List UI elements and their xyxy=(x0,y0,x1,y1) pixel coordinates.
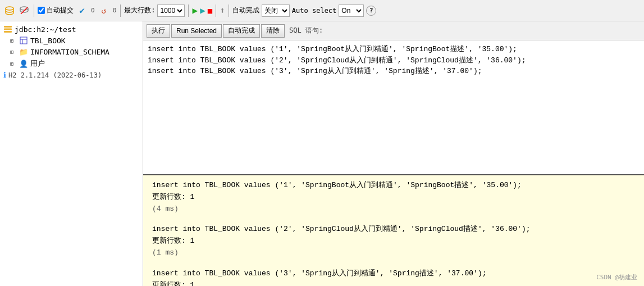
info-schema-label: INFORMATION_SCHEMA xyxy=(30,48,109,56)
db-connect-icon[interactable] xyxy=(3,4,16,17)
svg-rect-4 xyxy=(4,29,12,30)
auto-complete-button[interactable]: 自动完成 xyxy=(223,24,260,38)
result-rows: 更新行数: 1 xyxy=(152,280,635,286)
disconnect-icon[interactable] xyxy=(18,4,30,17)
sep1 xyxy=(34,4,34,17)
run-button[interactable]: 执行 xyxy=(147,24,170,38)
move-up-icon[interactable]: ⬆ xyxy=(220,5,225,16)
right-panel: 执行 Run Selected 自动完成 清除 SQL 语句: insert i… xyxy=(143,21,644,286)
sql-editor[interactable] xyxy=(143,40,644,175)
svg-rect-6 xyxy=(20,37,27,44)
sidebar: jdbc:h2:~/test ⊞ TBL_BOOK ⊞ 📁 INFORMATIO… xyxy=(0,21,143,286)
sql-label: SQL 语句: xyxy=(289,26,323,35)
version-label: H2 2.1.214 (2022-06-13) xyxy=(8,71,102,79)
run-icon[interactable]: ▶ xyxy=(192,5,198,16)
max-rows-select[interactable]: 1000 xyxy=(157,4,185,17)
result-sql: insert into TBL_BOOK values ('3', 'Sprin… xyxy=(152,268,635,280)
result-sql: insert into TBL_BOOK values ('2', 'Sprin… xyxy=(152,224,635,235)
main-layout: jdbc:h2:~/test ⊞ TBL_BOOK ⊞ 📁 INFORMATIO… xyxy=(0,21,644,286)
run-explain-icon[interactable]: ▶ xyxy=(200,5,205,16)
folder-icon: 📁 xyxy=(19,47,28,56)
expand-icon3: ⊞ xyxy=(10,61,17,67)
svg-point-0 xyxy=(6,7,13,10)
max-rows-label: 最大行数: xyxy=(124,6,155,15)
expand-icon2: ⊞ xyxy=(10,49,17,55)
result-block: insert into TBL_BOOK values ('2', 'Sprin… xyxy=(152,224,635,258)
auto-complete-toolbar-label: 自动完成 xyxy=(232,6,259,15)
auto-commit-checkbox[interactable]: 自动提交 xyxy=(38,6,74,15)
main-toolbar: 自动提交 ✔ 0 ↺ 0 最大行数: 1000 ▶ ▶ ■ ⬆ 自动完成 关闭 … xyxy=(0,0,644,21)
close-select[interactable]: 关闭 xyxy=(262,4,290,17)
sidebar-user[interactable]: ⊞ 👤 用户 xyxy=(0,57,143,70)
sep5 xyxy=(229,4,229,17)
results-area[interactable]: insert into TBL_BOOK values ('1', 'Sprin… xyxy=(143,175,644,286)
svg-rect-3 xyxy=(4,26,12,28)
sidebar-information-schema[interactable]: ⊞ 📁 INFORMATION_SCHEMA xyxy=(0,46,143,57)
sidebar-tbl-book[interactable]: ⊞ TBL_BOOK xyxy=(0,35,143,46)
editor-panel xyxy=(143,40,644,175)
result-rows: 更新行数: 1 xyxy=(152,192,635,203)
version-info: ℹ H2 2.1.214 (2022-06-13) xyxy=(0,70,143,80)
svg-line-2 xyxy=(21,7,28,14)
table-icon xyxy=(19,36,28,45)
auto-select-select[interactable]: On xyxy=(339,4,364,17)
watermark: CSDN @杨建业 xyxy=(596,273,637,282)
results-panel: insert into TBL_BOOK values ('1', 'Sprin… xyxy=(143,175,644,286)
rollback-icon[interactable]: ↺ xyxy=(98,4,110,17)
user-label: 用户 xyxy=(30,58,45,69)
sql-toolbar: 执行 Run Selected 自动完成 清除 SQL 语句: xyxy=(143,21,644,40)
info-icon: ℹ xyxy=(3,71,6,79)
clear-button[interactable]: 清除 xyxy=(261,24,285,38)
user-icon: 👤 xyxy=(19,59,28,68)
sidebar-connection[interactable]: jdbc:h2:~/test xyxy=(0,24,143,35)
result-rows: 更新行数: 1 xyxy=(152,235,635,247)
sep4 xyxy=(216,4,216,17)
sep2 xyxy=(120,4,121,17)
db-icon xyxy=(3,25,12,34)
result-block: insert into TBL_BOOK values ('3', 'Sprin… xyxy=(152,268,635,286)
auto-commit-input[interactable] xyxy=(38,7,45,14)
svg-rect-5 xyxy=(4,31,12,33)
result-time: (1 ms) xyxy=(152,247,635,259)
result-sql: insert into TBL_BOOK values ('1', 'Sprin… xyxy=(152,180,635,192)
help-icon[interactable]: ? xyxy=(366,6,376,16)
commit-count: 0 xyxy=(91,7,95,14)
auto-select-label: Auto select xyxy=(292,7,336,15)
rollback-count: 0 xyxy=(113,7,117,14)
auto-commit-label: 自动提交 xyxy=(47,6,74,15)
connection-label: jdbc:h2:~/test xyxy=(15,25,76,34)
sep3 xyxy=(188,4,189,17)
expand-icon: ⊞ xyxy=(10,38,17,44)
commit-icon[interactable]: ✔ xyxy=(76,4,88,17)
run-selected-button[interactable]: Run Selected xyxy=(171,24,222,38)
result-time: (4 ms) xyxy=(152,203,635,215)
tbl-book-label: TBL_BOOK xyxy=(30,37,66,45)
stop-icon[interactable]: ■ xyxy=(208,6,212,15)
result-block: insert into TBL_BOOK values ('1', 'Sprin… xyxy=(152,180,635,215)
